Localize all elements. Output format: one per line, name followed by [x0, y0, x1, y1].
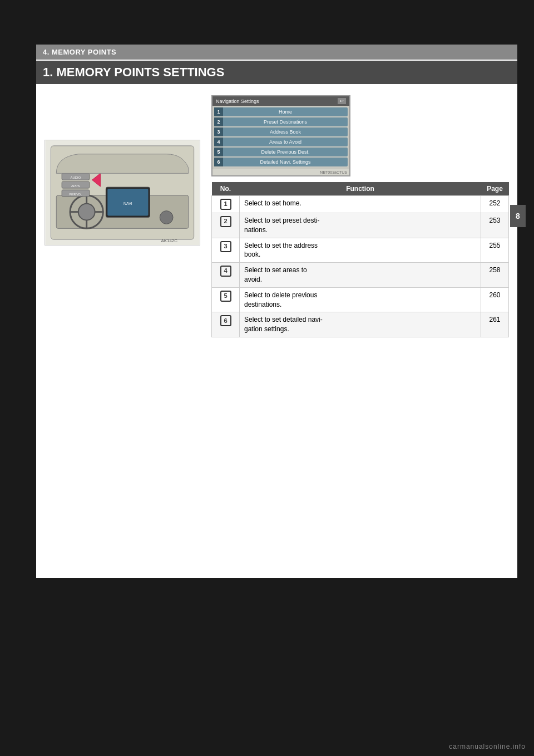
content-area: NAVI AUDIO APPS PWR/VOL	[36, 84, 517, 348]
nav-item-6[interactable]: 6 Detailed Navi. Settings	[214, 158, 348, 166]
page-title: 1. MEMORY POINTS SETTINGS	[43, 65, 224, 79]
svg-text:PWR/VOL: PWR/VOL	[70, 193, 82, 196]
nav-item-label-2: Preset Destinations	[223, 117, 348, 126]
right-side: Navigation Settings ↩ 1 Home 2 Preset De…	[211, 95, 509, 337]
nav-item-num-5: 5	[214, 148, 223, 156]
num-badge-4: 4	[220, 266, 231, 277]
nav-screen-id: NBT003aCTUS	[212, 169, 349, 175]
table-row: 4 Select to set areas toavoid. 258	[212, 263, 509, 288]
bottom-logo-area: carmanualsonline.info	[0, 578, 534, 756]
table-function-6: Select to set detailed navi-gation setti…	[240, 312, 481, 337]
table-row: 3 Select to set the addressbook. 255	[212, 238, 509, 263]
svg-text:AUDIO: AUDIO	[71, 176, 81, 179]
table-page-4: 258	[481, 263, 509, 288]
car-image-area: NAVI AUDIO APPS PWR/VOL	[44, 140, 200, 246]
num-badge-3: 3	[220, 241, 231, 252]
table-row: 5 Select to delete previousdestinations.…	[212, 287, 509, 312]
table-num-3: 3	[212, 238, 240, 263]
nav-item-num-1: 1	[214, 107, 223, 116]
table-function-5: Select to delete previousdestinations.	[240, 287, 481, 312]
nav-item-label-4: Areas to Avoid	[223, 138, 348, 146]
left-border	[0, 45, 36, 578]
table-row: 1 Select to set home. 252	[212, 196, 509, 213]
nav-menu-items: 1 Home 2 Preset Destinations 3 Address B…	[212, 106, 349, 169]
section-header: 4. MEMORY POINTS	[36, 45, 517, 60]
right-border	[517, 45, 534, 578]
nav-item-label-3: Address Book	[223, 127, 348, 136]
nav-item-1[interactable]: 1 Home	[214, 107, 348, 116]
nav-item-num-3: 3	[214, 127, 223, 136]
website-logo: carmanualsonline.info	[449, 743, 526, 750]
table-page-2: 253	[481, 213, 509, 238]
table-page-3: 255	[481, 238, 509, 263]
num-badge-2: 2	[220, 216, 231, 227]
table-function-3: Select to set the addressbook.	[240, 238, 481, 263]
table-num-5: 5	[212, 287, 240, 312]
svg-point-7	[78, 204, 95, 220]
nav-back-button[interactable]: ↩	[338, 98, 346, 104]
nav-item-num-6: 6	[214, 158, 223, 166]
table-num-6: 6	[212, 312, 240, 337]
num-badge-1: 1	[220, 199, 231, 210]
svg-text:APPS: APPS	[71, 184, 80, 188]
table-function-2: Select to set preset desti-nations.	[240, 213, 481, 238]
nav-item-label-6: Detailed Navi. Settings	[223, 158, 348, 166]
page-title-bar: 1. MEMORY POINTS SETTINGS	[36, 61, 517, 84]
svg-text:AK142C: AK142C	[161, 238, 177, 243]
nav-item-3[interactable]: 3 Address Book	[214, 127, 348, 136]
table-function-1: Select to set home.	[240, 196, 481, 213]
table-page-1: 252	[481, 196, 509, 213]
top-border	[0, 0, 534, 45]
car-image: NAVI AUDIO APPS PWR/VOL	[44, 140, 200, 246]
nav-item-num-4: 4	[214, 138, 223, 146]
table-row: 2 Select to set preset desti-nations. 25…	[212, 213, 509, 238]
table-num-2: 2	[212, 213, 240, 238]
section-header-text: 4. MEMORY POINTS	[43, 48, 116, 56]
table-page-5: 260	[481, 287, 509, 312]
nav-screen: Navigation Settings ↩ 1 Home 2 Preset De…	[211, 95, 350, 176]
num-badge-5: 5	[220, 291, 231, 302]
table-function-4: Select to set areas toavoid.	[240, 263, 481, 288]
table-header-page: Page	[481, 182, 509, 196]
nav-item-5[interactable]: 5 Delete Previous Dest.	[214, 148, 348, 156]
table-num-1: 1	[212, 196, 240, 213]
table-header-no: No.	[212, 182, 240, 196]
chapter-tab: 8	[510, 205, 526, 227]
nav-item-4[interactable]: 4 Areas to Avoid	[214, 138, 348, 146]
nav-item-label-1: Home	[223, 107, 348, 116]
car-dashboard-svg: NAVI AUDIO APPS PWR/VOL	[45, 140, 200, 245]
function-table: No. Function Page 1 Select to set home. …	[211, 182, 509, 337]
svg-point-12	[160, 211, 173, 224]
svg-text:NAVI: NAVI	[123, 202, 132, 205]
nav-screen-title-bar: Navigation Settings ↩	[212, 96, 349, 106]
nav-item-2[interactable]: 2 Preset Destinations	[214, 117, 348, 126]
table-num-4: 4	[212, 263, 240, 288]
table-row: 6 Select to set detailed navi-gation set…	[212, 312, 509, 337]
num-badge-6: 6	[220, 315, 231, 326]
table-page-6: 261	[481, 312, 509, 337]
nav-screen-title: Navigation Settings	[216, 99, 259, 104]
nav-item-num-2: 2	[214, 117, 223, 126]
main-content: 4. MEMORY POINTS 1. MEMORY POINTS SETTIN…	[36, 45, 517, 578]
table-header-function: Function	[240, 182, 481, 196]
nav-item-label-5: Delete Previous Dest.	[223, 148, 348, 156]
